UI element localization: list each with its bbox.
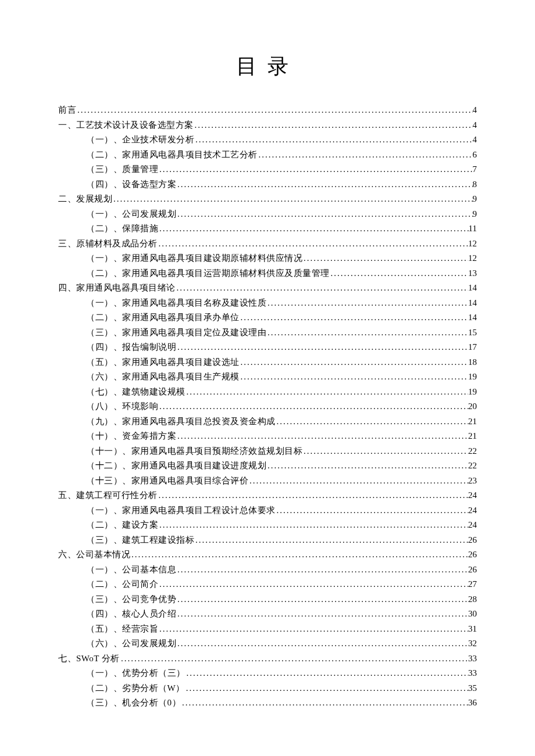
toc-entry-text: （二）、劣势分析（W） <box>86 681 185 696</box>
toc-entry-text: （八）、环境影响 <box>86 399 158 414</box>
toc-leader-dots <box>258 148 473 163</box>
toc-entry: （四）、设备选型方案8 <box>58 177 477 192</box>
toc-entry-text: （四）、核心人员介绍 <box>86 607 176 622</box>
toc-entry: （一）、家用通风电器具项目工程设计总体要求24 <box>58 503 477 518</box>
toc-leader-dots <box>158 399 468 414</box>
toc-entry-text: （三）、公司竞争优势 <box>86 592 176 607</box>
toc-leader-dots <box>276 503 469 518</box>
toc-entry-text: （十二）、家用通风电器具项目建设进度规划 <box>86 458 266 474</box>
toc-leader-dots <box>240 370 469 385</box>
toc-entry-page: 22 <box>468 444 477 459</box>
toc-entry-page: 8 <box>473 177 477 192</box>
toc-entry-page: 22 <box>468 458 477 474</box>
toc-entry: （三）、公司竞争优势28 <box>58 592 477 607</box>
toc-entry-page: 18 <box>468 355 477 370</box>
toc-leader-dots <box>176 562 468 578</box>
toc-entry: （一）、公司基本信息26 <box>58 562 477 578</box>
toc-leader-dots <box>176 592 468 607</box>
toc-entry-page: 24 <box>468 503 477 518</box>
toc-entry: （十一）、家用通风电器具项目预期经济效益规划目标22 <box>58 444 477 459</box>
toc-entry-text: （九）、家用通风电器具项目总投资及资金构成 <box>86 414 276 429</box>
toc-entry: （一）、家用通风电器具项目建设期原辅材料供应情况12 <box>58 251 477 266</box>
toc-entry-text: 七、SWoT 分析 <box>58 651 120 667</box>
toc-entry: （一）、公司发展规划9 <box>58 207 477 222</box>
toc-entry-text: 二、发展规划 <box>58 192 112 207</box>
toc-leader-dots <box>302 444 468 459</box>
toc-leader-dots <box>176 340 468 355</box>
toc-entry: （七）、建筑物建设规模19 <box>58 385 477 400</box>
toc-entry: （三）、建筑工程建设指标26 <box>58 533 477 548</box>
toc-leader-dots <box>302 251 468 266</box>
toc-leader-dots <box>276 414 469 429</box>
toc-entry-text: （二）、家用通风电器具项目技术工艺分析 <box>86 148 258 163</box>
toc-entry-text: （七）、建筑物建设规模 <box>86 385 186 400</box>
toc-leader-dots <box>266 458 468 474</box>
toc-leader-dots <box>186 666 469 681</box>
toc-leader-dots <box>76 103 473 118</box>
toc-entry-text: 前言 <box>58 103 76 118</box>
toc-entry: （六）、家用通风电器具项目生产规模19 <box>58 370 477 385</box>
toc-entry: （二）、家用通风电器具项目技术工艺分析6 <box>58 148 477 163</box>
toc-entry: 四、家用通风电器具项目绪论14 <box>58 281 477 296</box>
toc-leader-dots <box>194 533 468 548</box>
toc-entry: （一）、家用通风电器具项目名称及建设性质14 <box>58 296 477 311</box>
toc-leader-dots <box>158 488 469 503</box>
toc-entry-text: 三、原辅材料及成品分析 <box>58 237 158 252</box>
toc-entry: 三、原辅材料及成品分析12 <box>58 237 477 252</box>
toc-leader-dots <box>240 310 469 325</box>
toc-entry-page: 14 <box>468 310 477 325</box>
toc-entry-page: 15 <box>468 325 477 341</box>
toc-entry-page: 24 <box>468 518 477 533</box>
toc-entry-text: （一）、家用通风电器具项目名称及建设性质 <box>86 296 266 311</box>
toc-entry-text: 一、工艺技术设计及设备选型方案 <box>58 118 194 133</box>
toc-leader-dots <box>185 681 468 696</box>
toc-entry: 前言4 <box>58 103 477 118</box>
toc-entry-page: 19 <box>468 370 477 385</box>
toc-entry-page: 7 <box>473 162 477 177</box>
toc-entry: 七、SWoT 分析33 <box>58 651 477 667</box>
toc-entry: （一）、优势分析（三）33 <box>58 666 477 681</box>
toc-entry: 二、发展规划9 <box>58 192 477 207</box>
toc-entry: （二）、家用通风电器具项目运营期原辅材料供应及质量管理13 <box>58 266 477 281</box>
toc-entry-text: （三）、家用通风电器具项目定位及建设理由 <box>86 325 266 341</box>
toc-entry: （二）、保障措施11 <box>58 221 477 237</box>
toc-entry: （六）、公司发展规划32 <box>58 636 477 651</box>
toc-entry-page: 19 <box>468 385 477 400</box>
toc-leader-dots <box>330 266 469 281</box>
toc-entry-page: 13 <box>468 266 477 281</box>
toc-title: 目录 <box>58 52 477 81</box>
toc-entry-page: 14 <box>468 281 477 296</box>
toc-entry-page: 4 <box>473 118 477 133</box>
toc-entry-page: 30 <box>468 607 477 622</box>
toc-leader-dots <box>158 518 468 533</box>
toc-entry-text: （二）、家用通风电器具项目运营期原辅材料供应及质量管理 <box>86 266 330 281</box>
toc-entry: （三）、机会分析（0）36 <box>58 696 477 711</box>
toc-entry-page: 12 <box>468 237 477 252</box>
toc-entry-page: 26 <box>468 547 477 562</box>
toc-entry: （十）、资金筹措方案21 <box>58 429 477 444</box>
toc-list: 前言4一、工艺技术设计及设备选型方案4（一）、企业技术研发分析4（二）、家用通风… <box>58 103 477 711</box>
toc-entry-text: （四）、报告编制说明 <box>86 340 176 355</box>
toc-entry: （十三）、家用通风电器具项目综合评价23 <box>58 474 477 489</box>
toc-entry-text: 四、家用通风电器具项目绪论 <box>58 281 176 296</box>
toc-entry-page: 28 <box>468 592 477 607</box>
toc-entry-text: （二）、公司简介 <box>86 577 158 592</box>
toc-entry-page: 21 <box>468 429 477 444</box>
toc-entry-page: 35 <box>468 681 477 696</box>
toc-entry-text: （一）、家用通风电器具项目工程设计总体要求 <box>86 503 276 518</box>
toc-entry-text: （二）、家用通风电器具项目承办单位 <box>86 310 240 325</box>
toc-leader-dots <box>176 177 473 192</box>
toc-entry-page: 31 <box>468 622 477 637</box>
toc-entry-text: （六）、家用通风电器具项目生产规模 <box>86 370 240 385</box>
toc-entry-page: 23 <box>468 474 477 489</box>
toc-entry-text: （十一）、家用通风电器具项目预期经济效益规划目标 <box>86 444 302 459</box>
toc-entry-page: 32 <box>468 636 477 651</box>
toc-entry-text: （二）、保障措施 <box>86 221 158 237</box>
toc-entry-page: 12 <box>468 251 477 266</box>
toc-entry: （二）、公司简介27 <box>58 577 477 592</box>
toc-entry-text: （一）、家用通风电器具项目建设期原辅材料供应情况 <box>86 251 302 266</box>
toc-entry-page: 9 <box>473 207 477 222</box>
toc-entry-text: （十三）、家用通风电器具项目综合评价 <box>86 474 248 489</box>
toc-entry: （五）、家用通风电器具项目建设选址18 <box>58 355 477 370</box>
toc-entry: 一、工艺技术设计及设备选型方案4 <box>58 118 477 133</box>
